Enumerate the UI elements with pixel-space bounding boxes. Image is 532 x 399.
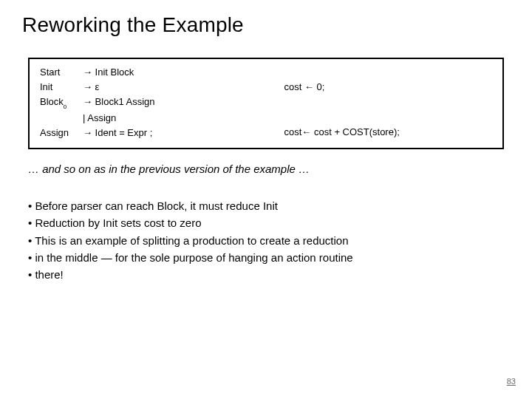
grammar-action-row: cost← cost + COST(store); (284, 125, 492, 140)
bullet-item: • Reduction by Init sets cost to zero (28, 214, 510, 231)
slide-body: Reworking the Example Start → Init Block… (0, 0, 532, 283)
grammar-rhs: → Block1 Assign (83, 95, 155, 111)
grammar-productions: Start → Init Block Init → ε Block0 → Blo… (40, 65, 284, 140)
bullet-item: • in the middle — for the sole purpose o… (28, 249, 510, 266)
grammar-rhs: → Ident = Expr ; (83, 126, 152, 140)
grammar-actions: cost ← 0; cost← cost + COST(store); (284, 65, 492, 140)
slide-title: Reworking the Example (22, 13, 510, 37)
lhs-subscript: 0 (64, 103, 66, 110)
grammar-action-row (284, 95, 492, 109)
grammar-row: Block0 → Block1 Assign (40, 95, 284, 111)
grammar-action-row (284, 65, 492, 80)
action-text: cost← cost + COST(store); (284, 125, 399, 140)
grammar-lhs (40, 111, 83, 126)
grammar-lhs: Assign (40, 126, 83, 140)
action-text: cost ← 0; (284, 80, 324, 95)
page-number: 83 (507, 377, 516, 386)
grammar-row: Start → Init Block (40, 65, 284, 80)
grammar-action-row: cost ← 0; (284, 80, 492, 95)
bullet-item: • This is an example of splitting a prod… (28, 232, 510, 249)
lhs-base: Block (40, 96, 64, 107)
bullet-list: • Before parser can reach Block, it must… (28, 197, 510, 283)
grammar-action-row (284, 109, 492, 124)
grammar-row: Assign → Ident = Expr ; (40, 126, 284, 140)
grammar-lhs: Start (40, 65, 83, 80)
grammar-row: Init → ε (40, 80, 284, 95)
grammar-rhs: | Assign (83, 111, 116, 126)
bullet-item: • Before parser can reach Block, it must… (28, 197, 510, 214)
grammar-lhs: Init (40, 80, 83, 95)
grammar-box: Start → Init Block Init → ε Block0 → Blo… (28, 58, 504, 149)
grammar-rhs: → ε (83, 80, 99, 95)
grammar-row: | Assign (40, 111, 284, 126)
aside-text: … and so on as in the previous version o… (28, 163, 504, 175)
bullet-item: • there! (28, 266, 510, 283)
grammar-lhs: Block0 (40, 95, 83, 111)
grammar-rhs: → Init Block (83, 65, 134, 80)
